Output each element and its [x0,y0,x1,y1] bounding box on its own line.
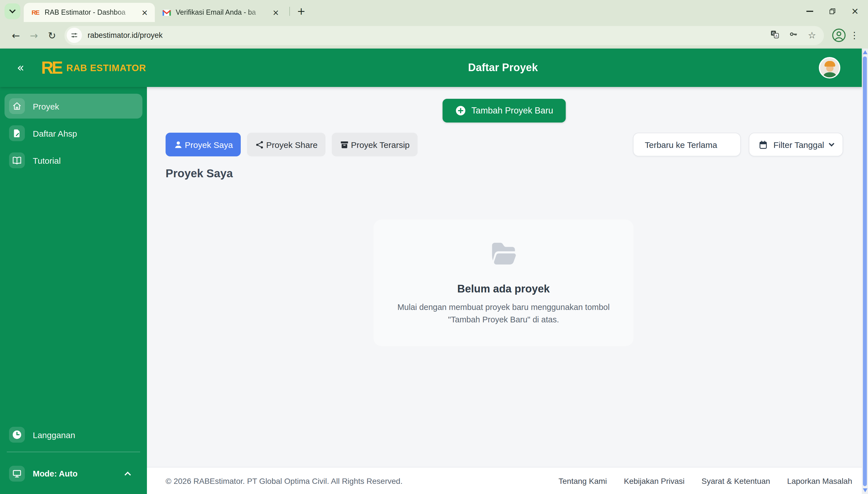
address-bar[interactable]: rabestimator.id/proyek G A ☆ [65,26,824,45]
avatar-shirt [824,72,836,78]
rab-logo-icon: RE [41,58,61,78]
sort-value: Terbaru ke Terlama [645,140,717,149]
bookmark-star-icon[interactable]: ☆ [808,31,816,40]
empty-state: Belum ada proyek Mulai dengan membuat pr… [374,220,633,346]
project-filter-tabs: Proyek Saya Proyek Share [166,133,418,156]
sidebar-divider [7,452,140,452]
tab-title: Verifikasi Email Anda - ba [176,8,270,16]
mode-toggle[interactable]: Mode: Auto [4,461,142,486]
sidebar-item-label: Tutorial [33,155,61,165]
scrollbar-thumb[interactable] [863,56,867,486]
mode-label: Mode: Auto [33,469,77,478]
brand-name: RAB ESTIMATOR [67,62,146,73]
footer-link-syarat-ketentuan[interactable]: Syarat & Ketentuan [702,476,770,485]
minimize-button[interactable] [805,6,815,16]
filter-row: Proyek Saya Proyek Share [166,133,843,156]
chevron-down-icon [829,140,835,146]
home-icon [9,98,25,114]
tab-gmail[interactable]: Verifikasi Email Anda - ba × [155,3,286,22]
restore-button[interactable] [827,6,837,16]
password-key-icon[interactable] [789,30,798,41]
sidebar-item-langganan[interactable]: Langganan [4,422,142,447]
url-text[interactable]: rabestimator.id/proyek [88,31,770,39]
footer-link-kebijakan-privasi[interactable]: Kebijakan Privasi [624,476,685,485]
sidebar-bottom: Langganan Mode: Auto [0,422,147,494]
app-header: « RE RAB ESTIMATOR Daftar Proyek [0,49,862,87]
tab-proyek-saya[interactable]: Proyek Saya [166,133,241,156]
user-avatar[interactable] [819,57,840,78]
main-content: Tambah Proyek Baru Proyek Saya [147,87,862,494]
brand: RE RAB ESTIMATOR [41,58,146,77]
window-controls: × [805,6,868,16]
forward-button[interactable]: → [25,26,43,44]
new-tab-button[interactable]: + [293,3,309,19]
sidebar-item-daftar-ahsp[interactable]: Daftar Ahsp [4,121,142,146]
section-title: Proyek Saya [166,167,233,180]
date-filter-label: Filter Tanggal [773,140,824,149]
book-icon [9,152,25,168]
tab-title: RAB Estimator - Dashboa [44,8,139,16]
back-button[interactable]: ← [7,26,25,44]
sort-select[interactable]: Terbaru ke Terlama [633,133,741,156]
avatar-hardhat [825,61,835,66]
gmail-icon [162,7,171,17]
browser-window: RE RAB Estimator - Dashboa × Verifikasi … [0,0,868,494]
close-window-button[interactable]: × [850,6,860,16]
browser-profile-button[interactable] [830,26,848,44]
sidebar-item-label: Daftar Ahsp [33,129,77,138]
restore-icon [830,8,835,14]
empty-state-description: Mulai dengan membuat proyek baru menggun… [374,302,633,326]
footer-link-laporkan-masalah[interactable]: Laporkan Masalah [787,476,852,485]
browser-menu-icon[interactable]: ⋮ [848,26,861,44]
add-project-button[interactable]: Tambah Proyek Baru [442,99,566,122]
chevron-up-icon [125,472,131,478]
chevron-down-icon [9,7,16,14]
sidebar-item-label: Langganan [33,430,75,439]
tab-search-button[interactable] [4,3,20,19]
sidebar-item-proyek[interactable]: Proyek [4,94,142,118]
page-scrollbar[interactable] [862,49,868,494]
svg-text:A: A [775,34,777,37]
rab-estimator-favicon: RE [31,7,40,17]
date-filter-button[interactable]: Filter Tanggal [749,133,843,156]
sidebar-collapse-button[interactable]: « [17,62,24,74]
tab-rab-estimator[interactable]: RE RAB Estimator - Dashboa × [24,3,155,22]
sidebar-nav: Proyek Daftar Ahsp Tutor [0,87,147,173]
minimize-icon [807,11,813,12]
add-project-label: Tambah Proyek Baru [471,106,553,116]
footer-links: Tentang Kami Kebijakan Privasi Syarat & … [559,476,852,485]
plus-circle-icon [455,105,466,116]
copyright-text: © 2026 RABEstimator. PT Global Optima Ci… [166,476,403,485]
empty-state-title: Belum ada proyek [374,283,633,295]
translate-icon[interactable]: G A [770,30,779,41]
reload-button[interactable]: ↻ [43,26,61,44]
site-settings-icon[interactable] [67,28,82,43]
open-folder-icon [487,238,520,268]
tab-proyek-share[interactable]: Proyek Share [247,133,325,156]
scroll-down-icon[interactable] [863,488,867,492]
scroll-up-icon[interactable] [863,50,867,54]
tab-proyek-terarsip[interactable]: Proyek Terarsip [332,133,418,156]
tab-separator [289,6,290,16]
page-title: Daftar Proyek [468,61,538,74]
clock-icon [9,427,25,443]
archive-icon [340,140,349,149]
sidebar-item-label: Proyek [33,101,59,111]
list-controls: Terbaru ke Terlama Filter Tanggal [633,133,843,156]
browser-toolbar: ← → ↻ rabestimator.id/proyek G A [0,22,868,49]
calendar-icon [758,140,768,149]
close-tab-icon[interactable]: × [139,7,150,18]
page-footer: © 2026 RABEstimator. PT Global Optima Ci… [147,467,862,494]
footer-link-tentang-kami[interactable]: Tentang Kami [559,476,607,485]
tab-strip: RE RAB Estimator - Dashboa × Verifikasi … [0,0,868,22]
edit-document-icon [9,125,25,141]
monitor-icon [9,466,25,481]
sidebar: Proyek Daftar Ahsp Tutor [0,87,147,494]
share-icon [255,140,265,149]
close-tab-icon[interactable]: × [270,7,282,18]
person-icon [174,140,183,149]
sidebar-item-tutorial[interactable]: Tutorial [4,148,142,173]
address-bar-icons: G A ☆ [770,30,816,41]
